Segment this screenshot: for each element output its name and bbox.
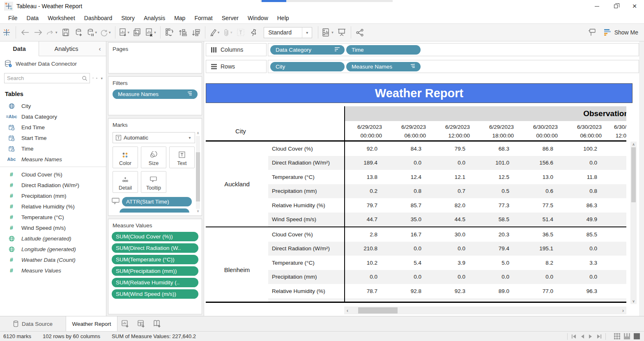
measure-value-pill-sum-relative-humidity[interactable]: SUM(Relative Humidity (..	[112, 278, 198, 287]
value-cell[interactable]: 12.5	[476, 174, 520, 180]
menu-file[interactable]: File	[4, 13, 22, 23]
tab-analytics[interactable]: Analytics	[39, 41, 94, 56]
time-header-cell[interactable]: 6/29/202318:00:00	[476, 121, 520, 140]
measure-value-pill-sum-temperature-c[interactable]: SUM(Temperature (°C))	[112, 255, 198, 264]
value-cell[interactable]: 79.4	[476, 245, 520, 252]
show-mark-labels-button[interactable]: ▾	[321, 25, 335, 39]
value-cell[interactable]: 8.2	[520, 260, 564, 266]
value-cell[interactable]: 89.0	[476, 288, 520, 294]
value-cell[interactable]: 2.8	[344, 231, 388, 238]
value-cell[interactable]: 0.8	[564, 188, 608, 194]
value-cell[interactable]: 0.0	[388, 245, 432, 252]
measure-label[interactable]: Precipitation (mm)	[268, 188, 344, 194]
value-cell[interactable]: 189.4	[344, 160, 388, 166]
vertical-scrollbar[interactable]: ∧ ∨	[630, 142, 637, 304]
value-cell[interactable]: 92.3	[432, 288, 476, 294]
value-cell[interactable]: 92.8	[388, 288, 432, 294]
mark-button-tooltip[interactable]: Tooltip	[141, 171, 166, 193]
value-cell[interactable]: 10.2	[344, 260, 388, 266]
measure-label[interactable]: Relative Humidity (%)	[268, 288, 344, 294]
scroll-down-icon[interactable]: ∨	[197, 209, 200, 214]
highlight-button[interactable]: ▾	[208, 25, 221, 39]
marks-pill-attr-start-time[interactable]: ATTR(Start Time)	[122, 197, 192, 206]
chevron-down-icon[interactable]: ▾	[101, 76, 103, 80]
scrollbar-thumb[interactable]	[196, 152, 200, 201]
scroll-right-icon[interactable]: ›	[620, 308, 626, 314]
value-cell[interactable]: 0.0	[432, 245, 476, 252]
measure-label[interactable]: Cloud Cover (%)	[268, 146, 344, 152]
save-button[interactable]	[59, 25, 72, 39]
value-cell[interactable]: 85.5	[564, 231, 608, 238]
forward-button[interactable]	[32, 25, 45, 39]
data-source-connection[interactable]: Weather Data Connector	[0, 56, 106, 70]
restore-button[interactable]	[606, 0, 625, 12]
scrollbar-thumb[interactable]	[631, 147, 636, 202]
value-cell[interactable]: 77.0	[520, 288, 564, 294]
field-time[interactable]: Time	[0, 143, 106, 154]
value-cell[interactable]: 78.7	[344, 288, 388, 294]
columns-pill-data-category[interactable]: Data Category	[270, 45, 345, 55]
data-source-tab[interactable]: Data Source	[0, 316, 66, 331]
field-data-category[interactable]: =AbcData Category	[0, 111, 106, 122]
measure-label[interactable]: Precipitation (mm)	[268, 274, 344, 280]
value-cell[interactable]: 82.0	[432, 202, 476, 208]
measure-label[interactable]: Temperature (°C)	[268, 174, 344, 180]
filter-fields-icon[interactable]	[92, 75, 94, 81]
time-header-cell[interactable]: 6/30/202300:00:00	[520, 121, 564, 140]
mark-type-select[interactable]: Automatic ▾	[113, 132, 195, 143]
value-cell[interactable]: 101.0	[476, 160, 520, 166]
value-cell[interactable]: 0.0	[520, 274, 564, 280]
minimize-button[interactable]	[587, 0, 606, 12]
tableau-home-button[interactable]	[0, 25, 13, 39]
value-cell[interactable]: 79.5	[432, 146, 476, 152]
add-data-source-button[interactable]	[72, 25, 85, 39]
close-button[interactable]: ×	[625, 0, 644, 12]
last-page-icon[interactable]	[596, 334, 601, 339]
value-cell[interactable]: 86.3	[564, 202, 608, 208]
previous-page-icon[interactable]	[581, 334, 584, 339]
value-cell[interactable]: 0.0	[432, 160, 476, 166]
measure-value-pill-sum-wind-speed-m-s[interactable]: SUM(Wind Speed (m/s))	[112, 289, 198, 299]
time-header-cell[interactable]: 6/29/202300:00:00	[344, 121, 388, 140]
scroll-down-icon[interactable]: ∨	[632, 298, 635, 304]
measure-value-pill-sum-cloud-cover[interactable]: SUM(Cloud Cover (%))	[112, 232, 198, 241]
show-cards-view-icon[interactable]	[624, 333, 630, 339]
measure-value-pill-sum-precipitation-mm[interactable]: SUM(Precipitation (mm))	[112, 266, 198, 276]
attachment-button[interactable]: ▾	[221, 25, 234, 39]
value-cell[interactable]: 13.8	[344, 174, 388, 180]
value-cell[interactable]: 49.9	[564, 216, 608, 222]
value-cell[interactable]: 16.7	[388, 231, 432, 238]
value-cell[interactable]: 0.0	[564, 245, 608, 252]
next-page-icon[interactable]	[589, 334, 592, 339]
value-cell[interactable]: 0.0	[476, 274, 520, 280]
normal-view-icon[interactable]	[614, 333, 620, 339]
value-cell[interactable]: 0.5	[476, 188, 520, 194]
value-cell[interactable]: 0.8	[388, 188, 432, 194]
menu-format[interactable]: Format	[190, 13, 217, 23]
menu-analysis[interactable]: Analysis	[139, 13, 170, 23]
value-cell[interactable]: 92.0	[344, 146, 388, 152]
value-cell[interactable]: 79.7	[344, 202, 388, 208]
value-cell[interactable]: 77.5	[520, 202, 564, 208]
rows-pill-measure-names[interactable]: Measure Names	[346, 62, 421, 71]
value-cell[interactable]: 0.6	[520, 188, 564, 194]
sort-ascending-button[interactable]	[176, 25, 189, 39]
mark-button-color[interactable]: Color	[113, 146, 138, 168]
field-longitude-generated[interactable]: Longitude (generated)	[0, 244, 106, 254]
mark-button-detail[interactable]: Detail	[113, 171, 138, 193]
scrollbar-thumb[interactable]	[358, 307, 398, 314]
value-cell[interactable]: 86.8	[520, 146, 564, 152]
value-cell[interactable]: 13.0	[520, 174, 564, 180]
field-measure-values[interactable]: #Measure Values	[0, 265, 106, 276]
marks-scrollbar[interactable]: ∧ ∨	[195, 131, 201, 214]
menu-server[interactable]: Server	[217, 13, 243, 23]
value-cell[interactable]: 30.0	[432, 231, 476, 238]
value-cell[interactable]: 44.5	[432, 216, 476, 222]
back-button[interactable]	[18, 25, 32, 39]
first-page-icon[interactable]	[572, 334, 577, 339]
measure-label[interactable]: Wind Speed (m/s)	[268, 216, 344, 222]
value-cell[interactable]: 84.3	[388, 146, 432, 152]
value-cell[interactable]: 12.4	[388, 174, 432, 180]
value-cell[interactable]: 44.7	[344, 216, 388, 222]
value-cell[interactable]: 20.3	[476, 231, 520, 238]
